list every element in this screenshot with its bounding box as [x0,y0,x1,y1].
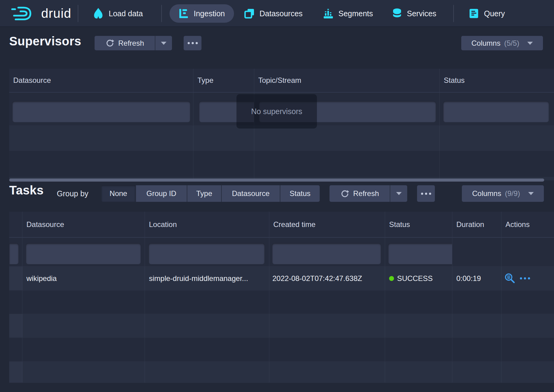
nav-divider [453,5,454,22]
status-label: SUCCESS [397,274,433,283]
refresh-label: Refresh [118,39,144,48]
column-header-datasource[interactable]: Datasource [9,69,193,92]
column-header-location[interactable]: Location [145,212,269,237]
nav-item-datasources[interactable]: Datasources [244,0,302,27]
task-created-time-cell: 2022-08-02T07:42:47.638Z [269,267,385,290]
table-row [9,151,554,177]
supervisors-filter-datasource-input[interactable] [12,101,190,122]
tasks-refresh-split-button: Refresh [330,185,407,202]
chevron-down-icon [161,42,166,45]
column-header-topic-stream[interactable]: Topic/Stream [254,69,440,92]
table-row [9,290,554,314]
column-header-task-id[interactable] [9,212,22,237]
nav-item-services[interactable]: Services [392,0,436,27]
task-actions-cell [501,267,554,290]
group-by-datasource-button[interactable]: Datasource [222,185,280,202]
tasks-filter-row [9,238,554,267]
column-header-created-time[interactable]: Created time [269,212,385,237]
column-header-datasource[interactable]: Datasource [22,212,145,237]
datasources-icon [244,8,255,19]
tasks-columns-button[interactable]: Columns (9/9) [462,185,544,202]
chevron-down-icon [528,192,534,195]
task-details-magnifier-icon[interactable] [504,273,516,284]
group-by-label: Group by [57,189,88,198]
column-header-type[interactable]: Type [193,69,254,92]
nav-divider [78,5,78,22]
nav-item-segments[interactable]: Segments [323,0,373,27]
column-header-status[interactable]: Status [385,212,452,237]
tasks-title: Tasks [9,183,44,197]
supervisors-horizontal-scrollbar[interactable] [9,179,544,182]
supervisors-refresh-menu-button[interactable] [155,36,172,50]
tasks-refresh-menu-button[interactable] [390,185,407,202]
task-duration-cell: 0:00:19 [452,267,501,290]
load-data-icon [93,8,104,19]
columns-count: (5/5) [504,39,519,48]
more-icon [188,42,198,44]
nav-label: Services [407,9,436,18]
task-location-cell: simple-druid-middlemanager... [145,267,269,290]
column-header-actions[interactable]: Actions [501,212,554,237]
empty-message: No supervisors [251,107,302,116]
chevron-down-icon [396,192,402,195]
tasks-filter-datasource-input[interactable] [26,243,141,264]
tasks-more-button[interactable] [417,185,435,202]
supervisors-title: Supervisors [9,34,81,48]
segments-icon [323,8,334,19]
supervisors-columns-button[interactable]: Columns (5/5) [461,36,543,50]
tasks-filter-task-id-input[interactable] [9,243,19,264]
tasks-filter-status-input[interactable] [388,243,452,264]
group-by-group-id-button[interactable]: Group ID [136,185,187,202]
column-header-duration[interactable]: Duration [452,212,501,237]
tasks-filter-location-input[interactable] [149,243,265,264]
tasks-refresh-button[interactable]: Refresh [330,185,390,202]
tasks-filter-created-time-input[interactable] [272,243,381,264]
brand-name: druid [41,6,71,21]
task-status-cell: SUCCESS [385,267,452,290]
status-success-dot [389,276,394,281]
refresh-label: Refresh [353,189,379,198]
no-supervisors-overlay: No supervisors [236,94,317,129]
task-datasource-cell: wikipedia [22,267,145,290]
table-row [9,362,554,383]
supervisors-filter-status-input[interactable] [443,101,549,122]
nav-item-query[interactable]: Query [469,0,505,27]
chevron-down-icon [527,42,533,45]
nav-item-ingestion[interactable]: Ingestion [170,4,234,23]
nav-item-load-data[interactable]: Load data [93,0,143,27]
druid-logo-icon [11,5,37,22]
nav-label: Datasources [259,9,302,18]
services-icon [392,8,402,19]
table-row [9,314,554,338]
supervisors-header-row: Datasource Type Topic/Stream Status [9,69,554,93]
tasks-table: Datasource Location Created time Status … [9,212,554,383]
column-header-status[interactable]: Status [440,69,554,92]
top-nav: druid Load data Ingestion [0,0,554,27]
columns-label: Columns [471,39,501,48]
refresh-icon [340,189,349,198]
supervisors-more-button[interactable] [184,36,201,50]
group-by-type-button[interactable]: Type [187,185,222,202]
supervisors-refresh-button[interactable]: Refresh [95,36,155,50]
supervisors-refresh-split-button: Refresh [95,36,172,50]
nav-label: Load data [109,9,143,18]
druid-console: druid Load data Ingestion [0,0,554,392]
druid-logo[interactable]: druid [11,0,71,27]
nav-label: Segments [338,9,373,18]
group-by-status-button[interactable]: Status [280,185,320,202]
task-actions-menu-icon[interactable] [520,277,530,279]
table-row [9,126,554,151]
task-id-cell [9,267,22,290]
group-by-none-button[interactable]: None [101,185,136,202]
refresh-icon [105,39,114,48]
columns-count: (9/9) [505,189,520,198]
group-by-segmented-control: None Group ID Type Datasource Status [101,185,320,202]
query-icon [469,8,479,19]
nav-divider [161,5,162,22]
ingestion-icon [179,8,189,19]
task-row[interactable]: wikipedia simple-druid-middlemanager... … [9,267,554,290]
nav-label: Query [484,9,505,18]
table-row [9,338,554,362]
more-icon [421,193,431,195]
tasks-header-row: Datasource Location Created time Status … [9,212,554,238]
